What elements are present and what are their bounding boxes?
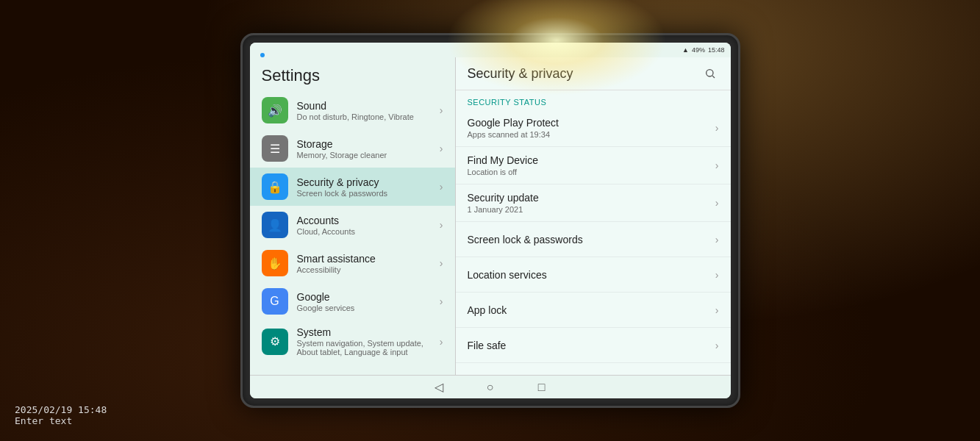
sidebar-item-storage[interactable]: ☰ Storage Memory, Storage cleaner › [250, 129, 455, 168]
detail-item-google-play-protect[interactable]: Google Play Protect Apps scanned at 19:3… [456, 110, 731, 147]
search-icon[interactable] [701, 65, 719, 82]
back-button[interactable]: ◁ [432, 380, 446, 395]
tablet-device: ▲ 49% 15:48 Settings 🔊 Sound Do not dist… [240, 33, 740, 408]
security-update-subtitle: 1 January 2021 [468, 205, 715, 214]
content-area: Settings 🔊 Sound Do not disturb, Rington… [250, 57, 731, 375]
system-icon: ⚙ [262, 329, 288, 355]
sidebar-item-accounts[interactable]: 👤 Accounts Cloud, Accounts › [250, 206, 455, 244]
detail-item-screen-lock[interactable]: Screen lock & passwords › [456, 222, 731, 257]
svg-line-1 [712, 76, 715, 78]
security-arrow: › [440, 181, 443, 193]
sidebar-item-security[interactable]: 🔒 Security & privacy Screen lock & passw… [250, 168, 455, 206]
system-arrow: › [440, 336, 443, 348]
find-my-device-subtitle: Location is off [468, 168, 715, 176]
google-play-protect-subtitle: Apps scanned at 19:34 [468, 130, 715, 139]
find-my-device-arrow: › [715, 159, 719, 171]
google-subtitle: Google services [297, 304, 431, 312]
detail-item-file-safe[interactable]: File safe › [456, 328, 731, 363]
storage-subtitle: Memory, Storage cleaner [297, 151, 431, 159]
detail-title: Security & privacy [468, 66, 573, 82]
storage-arrow: › [440, 143, 443, 154]
status-bar: ▲ 49% 15:48 [250, 43, 731, 57]
accounts-subtitle: Cloud, Accounts [297, 227, 431, 236]
detail-panel: Security & privacy SECURITY STATUS Googl… [456, 57, 731, 375]
detail-item-location-services[interactable]: Location services › [456, 257, 731, 293]
screen-lock-arrow: › [715, 234, 719, 245]
google-arrow: › [440, 295, 443, 307]
smart-assistance-title: Smart assistance [297, 253, 431, 265]
security-icon: 🔒 [262, 173, 288, 200]
smart-assistance-icon: ✋ [262, 250, 288, 276]
timestamp: 2025/02/19 15:48 [15, 404, 107, 415]
tablet-screen: ▲ 49% 15:48 Settings 🔊 Sound Do not dist… [250, 43, 731, 398]
app-lock-title: App lock [468, 304, 715, 316]
sidebar-item-sound[interactable]: 🔊 Sound Do not disturb, Ringtone, Vibrat… [250, 91, 455, 129]
smart-assistance-arrow: › [440, 257, 443, 269]
svg-point-0 [706, 70, 712, 76]
find-my-device-title: Find My Device [468, 154, 715, 166]
system-subtitle: System navigation, System update, About … [297, 339, 431, 356]
sound-title: Sound [297, 100, 431, 112]
settings-panel: Settings 🔊 Sound Do not disturb, Rington… [250, 57, 456, 375]
sidebar-item-smart-assistance[interactable]: ✋ Smart assistance Accessibility › [250, 244, 455, 282]
sidebar-item-google[interactable]: G Google Google services › [250, 282, 455, 320]
accounts-arrow: › [440, 219, 443, 231]
settings-title: Settings [250, 57, 455, 91]
smart-assistance-subtitle: Accessibility [297, 265, 431, 274]
system-title: System [297, 326, 431, 338]
accounts-title: Accounts [297, 215, 431, 226]
detail-item-find-my-device[interactable]: Find My Device Location is off › [456, 147, 731, 184]
storage-icon: ☰ [262, 135, 288, 162]
file-safe-title: File safe [468, 340, 715, 351]
enter-text-label: Enter text [15, 415, 107, 426]
security-update-title: Security update [468, 192, 715, 204]
sound-arrow: › [440, 104, 443, 116]
home-button[interactable]: ○ [483, 380, 498, 395]
signal-icon: ▲ [682, 46, 689, 54]
security-status-label: SECURITY STATUS [456, 90, 731, 110]
detail-header: Security & privacy [456, 57, 731, 90]
file-safe-arrow: › [715, 340, 719, 351]
security-subtitle: Screen lock & passwords [297, 189, 431, 198]
google-icon: G [262, 288, 288, 315]
app-lock-arrow: › [715, 304, 719, 316]
security-title: Security & privacy [297, 176, 431, 188]
sound-icon: 🔊 [262, 97, 288, 123]
google-play-protect-title: Google Play Protect [468, 117, 715, 129]
security-update-arrow: › [715, 197, 719, 209]
sidebar-item-system[interactable]: ⚙ System System navigation, System updat… [250, 320, 455, 362]
storage-title: Storage [297, 138, 431, 150]
sound-subtitle: Do not disturb, Ringtone, Vibrate [297, 112, 431, 121]
google-title: Google [297, 291, 431, 303]
indicator-dot [260, 53, 265, 57]
battery-status: 49% [692, 46, 705, 54]
accounts-icon: 👤 [262, 212, 288, 238]
detail-item-app-lock[interactable]: App lock › [456, 293, 731, 328]
location-services-arrow: › [715, 269, 719, 281]
recents-button[interactable]: □ [534, 380, 549, 395]
google-play-protect-arrow: › [715, 122, 719, 134]
location-services-title: Location services [468, 269, 715, 281]
detail-item-security-update[interactable]: Security update 1 January 2021 › [456, 184, 731, 222]
screen-lock-title: Screen lock & passwords [468, 234, 715, 245]
timestamp-overlay: 2025/02/19 15:48 Enter text [15, 404, 107, 426]
navigation-bar: ◁ ○ □ [250, 375, 731, 398]
status-time: 15:48 [708, 46, 725, 54]
